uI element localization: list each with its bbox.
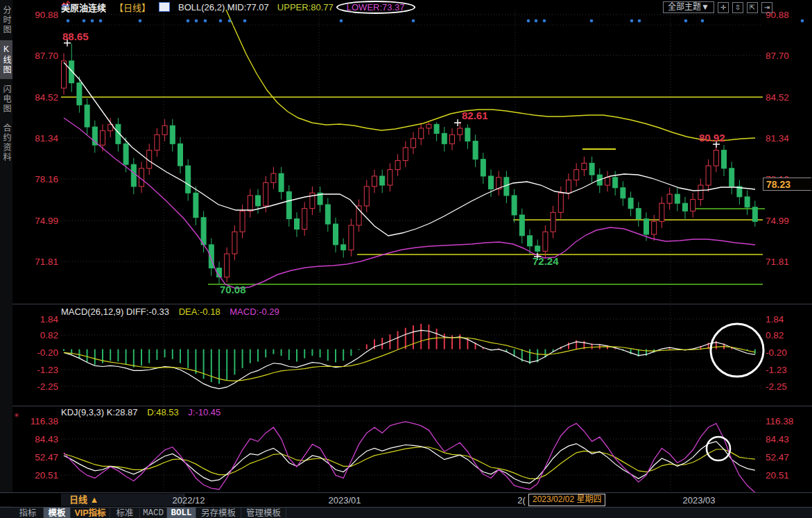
boll-mid — [64, 62, 755, 236]
boll-upper-readout: UPPER:80.77 — [277, 2, 334, 12]
x-axis-date-label: 2( — [517, 495, 526, 506]
svg-text:-2.25: -2.25 — [766, 381, 787, 392]
svg-text:84.43: 84.43 — [35, 434, 58, 444]
svg-text:-0.20: -0.20 — [37, 347, 58, 358]
j-line — [64, 422, 755, 492]
svg-text:72.24: 72.24 — [533, 255, 559, 267]
svg-text:0.82: 0.82 — [766, 330, 784, 340]
svg-text:88.65: 88.65 — [62, 31, 89, 42]
tab-管理模板[interactable]: 管理模板 — [241, 508, 286, 518]
svg-text:71.81: 71.81 — [35, 257, 58, 267]
crosshair-date-tooltip: 2023/02/02 星期四 — [528, 494, 605, 506]
kdj-d-readout: D:48.53 — [147, 407, 179, 417]
panel-separators — [12, 304, 812, 406]
svg-text:74.99: 74.99 — [766, 216, 789, 226]
d-line — [64, 447, 755, 479]
x-axis-date-label: 2022/12 — [173, 495, 205, 506]
main-axis: 90.8890.8887.7087.7084.5284.5281.3481.34… — [35, 10, 789, 267]
svg-text:84.43: 84.43 — [766, 434, 789, 444]
svg-text:52.47: 52.47 — [35, 452, 58, 463]
boll-mid-readout: BOLL(26,2) MID:77.07 — [178, 2, 269, 12]
current-price-badge: 78.23 — [763, 178, 811, 191]
svg-text:80.92: 80.92 — [699, 132, 725, 144]
svg-text:70.08: 70.08 — [220, 284, 246, 295]
diff-line — [64, 330, 755, 388]
sidebar-item-K线图[interactable]: K线图 — [0, 40, 12, 79]
macd-dea-readout: DEA:-0.18 — [179, 307, 221, 317]
svg-text:-1.23: -1.23 — [766, 365, 787, 375]
svg-text:81.34: 81.34 — [35, 133, 58, 144]
svg-text:78.16: 78.16 — [35, 174, 58, 184]
trading-app-window: 分时图K线图闪电图合约资料 90.8890.8887.7087.7084.528… — [0, 0, 812, 518]
tab-模板[interactable]: 模板 — [44, 508, 71, 518]
candles — [62, 44, 758, 284]
sidebar-item-分时图[interactable]: 分时图 — [0, 1, 12, 39]
tab-标准[interactable]: 标准 — [110, 508, 140, 518]
svg-text:90.88: 90.88 — [35, 10, 58, 20]
svg-text:1.84: 1.84 — [766, 314, 784, 325]
theme-dropdown[interactable]: 全部主题▼ — [663, 1, 714, 13]
sidebar-item-闪电图[interactable]: 闪电图 — [0, 80, 12, 118]
svg-text:-2.25: -2.25 — [37, 381, 58, 392]
svg-text:-0.20: -0.20 — [766, 347, 787, 358]
chart-controls: 全部主题▼ ✛⇳⇱⇥ — [663, 1, 772, 13]
macd-histogram — [64, 324, 755, 384]
lower-annotation-ellipse: LOWER:73.37 — [336, 1, 415, 14]
kdj-lines — [64, 422, 755, 492]
price-labels: 88.6582.6180.9270.0872.24 — [62, 31, 725, 295]
svg-text:52.47: 52.47 — [766, 452, 789, 463]
dea-line — [64, 338, 755, 381]
macd-header: MACD(26,12,9) DIFF:-0.33 DEA:-0.18 MACD:… — [61, 307, 279, 317]
kdj-j-readout: J:-10.45 — [188, 407, 221, 417]
macd-macd-readout: MACD:-0.29 — [230, 307, 279, 317]
extreme-cross-markers — [64, 40, 720, 260]
macd-name-diff: MACD(26,12,9) DIFF:-0.33 — [61, 307, 169, 317]
period-tag: 【日线】 — [114, 1, 150, 14]
indicator-tab-bar: 指标模板VIP指标标准MACDBOLL另存模板管理模板 — [0, 507, 812, 518]
shift-right-icon[interactable]: ⇥ — [761, 2, 772, 13]
sidebar-item-合约资料[interactable]: 合约资料 — [0, 119, 12, 166]
x-axis-date-label: 2023/01 — [329, 495, 361, 506]
boll-overlays — [64, 10, 755, 288]
chart-type-sidebar: 分时图K线图闪电图合约资料 — [0, 0, 12, 518]
tab-VIP指标[interactable]: VIP指标 — [71, 508, 110, 518]
tab-指标[interactable]: 指标 — [12, 508, 44, 518]
x-axis-date-label: 2023/03 — [683, 495, 716, 506]
kdj-settings-icon[interactable]: ✳ — [14, 412, 19, 419]
svg-text:1.84: 1.84 — [40, 314, 59, 325]
kdj-header: KDJ(9,3,3) K:28.87 D:48.53 J:-10.45 — [61, 407, 221, 417]
svg-text:82.61: 82.61 — [462, 110, 488, 121]
boll-lower — [64, 118, 755, 288]
boll-lower-readout: LOWER:73.37 — [347, 2, 405, 12]
svg-text:116.38: 116.38 — [766, 416, 793, 426]
chart-canvas: 90.8890.8887.7087.7084.5284.5281.3481.34… — [0, 0, 812, 518]
top-bar: 美原油连续 【日线】 BOLL(26,2) MID:77.07 UPPER:80… — [61, 0, 415, 14]
tab-BOLL[interactable]: BOLL — [167, 508, 196, 518]
signal-dots — [61, 19, 804, 25]
boll-upper — [226, 10, 755, 141]
k-line — [64, 442, 755, 483]
date-axis-row: 日线 ▲ 2023/02/02 星期四 2022/122023/012(2023… — [0, 492, 812, 506]
kdj-name-k: KDJ(9,3,3) K:28.87 — [61, 407, 138, 417]
svg-text:74.99: 74.99 — [35, 216, 58, 226]
svg-text:0.82: 0.82 — [40, 330, 58, 340]
period-selector-button[interactable]: 日线 ▲ — [61, 494, 184, 506]
svg-text:87.70: 87.70 — [766, 51, 789, 61]
svg-text:116.38: 116.38 — [31, 416, 58, 426]
svg-text:87.70: 87.70 — [35, 51, 58, 61]
svg-text:20.51: 20.51 — [35, 470, 58, 481]
zoom-horizontal-icon[interactable]: ⇱ — [747, 2, 758, 13]
svg-text:20.51: 20.51 — [766, 470, 789, 481]
svg-text:71.81: 71.81 — [766, 257, 789, 267]
svg-text:84.52: 84.52 — [35, 92, 58, 103]
svg-text:84.52: 84.52 — [766, 92, 789, 103]
svg-text:81.34: 81.34 — [766, 133, 789, 144]
tab-MACD[interactable]: MACD — [140, 508, 167, 518]
svg-text:-1.23: -1.23 — [37, 365, 58, 375]
zoom-vertical-icon[interactable]: ⇳ — [732, 2, 743, 13]
vertical-gridlines — [164, 10, 671, 492]
move-chart-icon[interactable]: ✛ — [718, 2, 729, 13]
tab-另存模板[interactable]: 另存模板 — [196, 508, 241, 518]
candlestick-chart-icon — [159, 2, 170, 12]
